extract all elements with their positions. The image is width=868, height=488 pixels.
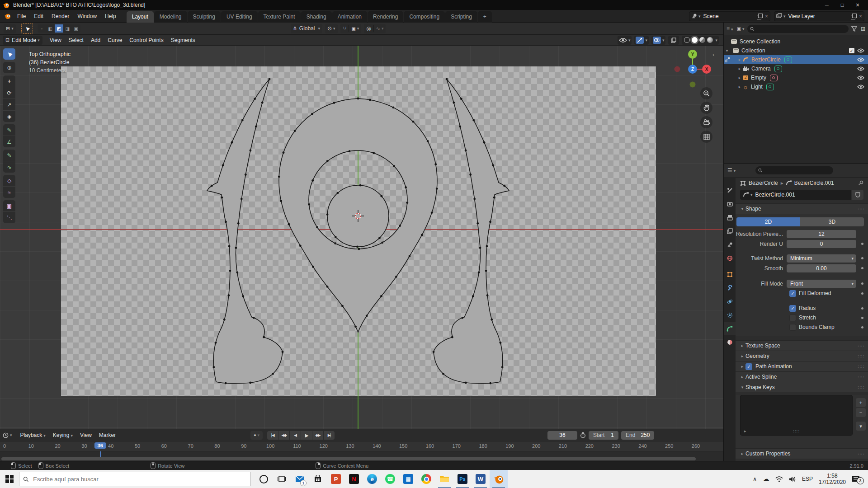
shape-key-specials-button[interactable]: ▾ bbox=[856, 422, 866, 431]
panel-texture-space[interactable]: ▸ Texture Space ∷∷ bbox=[736, 340, 868, 351]
expand-icon[interactable]: ▸ bbox=[736, 75, 743, 80]
tab-modeling[interactable]: Modeling bbox=[154, 11, 187, 23]
fill-deformed-checkbox[interactable]: ✓ bbox=[789, 290, 796, 297]
drag-handle-icon[interactable]: ∷∷ bbox=[858, 206, 864, 211]
tab-physics[interactable] bbox=[724, 308, 736, 322]
eye-icon[interactable] bbox=[857, 66, 864, 71]
photoshop-icon[interactable]: Ps bbox=[453, 470, 472, 488]
scene-collection-label[interactable]: Scene Collection bbox=[740, 38, 780, 45]
scene-name[interactable]: Scene bbox=[701, 13, 757, 19]
tab-material[interactable] bbox=[724, 335, 736, 349]
menu-playback[interactable]: Playback▾ bbox=[17, 432, 49, 438]
transform-orientation-dropdown[interactable]: ⋔ Global ▾ bbox=[291, 24, 322, 33]
blender-taskbar-icon[interactable] bbox=[490, 470, 508, 488]
playhead-line[interactable] bbox=[100, 451, 101, 457]
menu-marker[interactable]: Marker bbox=[95, 432, 119, 438]
tab-layout[interactable]: Layout bbox=[127, 11, 154, 23]
use-preview-range-button[interactable] bbox=[580, 432, 586, 438]
animate-dot[interactable] bbox=[861, 326, 863, 328]
animate-dot[interactable] bbox=[861, 307, 863, 310]
tab-particles[interactable] bbox=[724, 295, 736, 308]
object-label[interactable]: Camera bbox=[751, 66, 771, 72]
expand-icon[interactable]: ▸ bbox=[736, 84, 743, 89]
animate-dot[interactable] bbox=[861, 243, 863, 245]
tool-transform[interactable]: ◈ bbox=[3, 111, 15, 122]
fill-mode-dropdown[interactable]: Front▾ bbox=[787, 280, 856, 288]
new-scene-button[interactable] bbox=[757, 14, 762, 19]
tool-draw[interactable]: ✎ bbox=[3, 150, 15, 161]
menu-select[interactable]: Select bbox=[65, 37, 87, 43]
expand-icon[interactable]: ▾ bbox=[724, 48, 730, 53]
animate-dot[interactable] bbox=[861, 257, 863, 259]
end-frame-field[interactable]: End250 bbox=[621, 431, 654, 440]
row-empty[interactable]: ▸ Empty bbox=[724, 73, 868, 82]
filter-dropdown[interactable]: ▣▾ bbox=[737, 26, 745, 31]
animate-dot[interactable] bbox=[861, 292, 863, 295]
tool-select-box[interactable]: ▶ bbox=[3, 48, 15, 60]
object-label[interactable]: Light bbox=[751, 84, 763, 90]
pin-icon[interactable] bbox=[858, 180, 863, 186]
calendar-icon[interactable]: ▦ bbox=[399, 470, 417, 488]
snap-toggle-icon[interactable]: ∩ bbox=[343, 25, 347, 32]
remove-view-layer-button[interactable]: × bbox=[859, 13, 862, 19]
menu-render[interactable]: Render bbox=[47, 10, 73, 23]
powerpoint-icon[interactable]: P bbox=[327, 470, 345, 488]
sidebar-collapse-arrow[interactable]: ‹ bbox=[712, 51, 714, 58]
drag-handle-icon[interactable]: ∷∷ bbox=[858, 364, 864, 369]
menu-keying[interactable]: Keying▾ bbox=[49, 432, 76, 438]
jump-to-start-button[interactable]: |◀ bbox=[267, 431, 278, 440]
tab-texture-paint[interactable]: Texture Paint bbox=[258, 11, 301, 23]
tab-tool[interactable] bbox=[724, 183, 736, 197]
display-mode-dropdown[interactable]: ≡▾ bbox=[726, 26, 733, 32]
menu-add[interactable]: Add bbox=[87, 37, 104, 43]
tool-cursor[interactable]: ⊕ bbox=[3, 62, 15, 73]
onedrive-icon[interactable]: ☁ bbox=[763, 475, 769, 483]
object-label[interactable]: BezierCircle bbox=[751, 56, 781, 63]
tab-output[interactable] bbox=[724, 211, 736, 224]
minimize-button[interactable]: ─ bbox=[819, 0, 835, 9]
axis-neg-y[interactable] bbox=[690, 82, 696, 88]
mail-icon[interactable]: 1 bbox=[291, 470, 309, 488]
eye-icon[interactable] bbox=[857, 84, 864, 89]
resolution-preview-field[interactable]: 12 bbox=[787, 230, 856, 238]
chrome-icon[interactable] bbox=[417, 470, 435, 488]
bounds-clamp-checkbox[interactable] bbox=[789, 324, 796, 331]
menu-view[interactable]: View bbox=[46, 37, 65, 43]
tray-expand-icon[interactable]: ∧ bbox=[753, 476, 757, 482]
tool-extrude[interactable]: ▣ bbox=[3, 200, 15, 211]
drag-handle-icon[interactable]: ∷∷ bbox=[858, 385, 864, 390]
tab-shading[interactable]: Shading bbox=[301, 11, 332, 23]
path-animation-checkbox[interactable]: ✓ bbox=[745, 363, 752, 370]
maximize-button[interactable]: □ bbox=[835, 0, 850, 9]
filter-funnel-icon[interactable] bbox=[851, 26, 857, 32]
tab-animation[interactable]: Animation bbox=[332, 11, 367, 23]
viewport-canvas[interactable]: Top Orthographic (36) BezierCircle 10 Ce… bbox=[0, 46, 723, 429]
auto-keying-button[interactable]: ●▾ bbox=[250, 431, 263, 440]
timeline-editor-type-button[interactable]: ▾ bbox=[3, 432, 12, 438]
mode-dropdown[interactable]: ⊡ Edit Mode ▾ bbox=[3, 36, 42, 45]
add-shape-key-button[interactable]: + bbox=[856, 398, 866, 407]
close-button[interactable]: × bbox=[850, 0, 865, 9]
properties-search-input[interactable] bbox=[762, 167, 830, 174]
animate-dot[interactable] bbox=[861, 267, 863, 269]
fake-user-shield-button[interactable] bbox=[852, 190, 863, 200]
tab-scripting[interactable]: Scripting bbox=[445, 11, 477, 23]
unlink-scene-button[interactable]: × bbox=[765, 13, 768, 19]
twist-method-dropdown[interactable]: Minimum▾ bbox=[787, 254, 856, 263]
menu-view[interactable]: View bbox=[76, 432, 95, 438]
row-camera[interactable]: ▸ Camera bbox=[724, 64, 868, 73]
edge-icon[interactable]: e bbox=[363, 470, 381, 488]
current-frame-marker[interactable]: 36 bbox=[94, 442, 106, 449]
panel-custom-properties[interactable]: ▸ Custom Properties ∷∷ bbox=[736, 448, 868, 459]
start-frame-field[interactable]: Start1 bbox=[589, 431, 618, 440]
jump-to-end-button[interactable]: ▶| bbox=[324, 431, 335, 440]
panel-path-animation[interactable]: ▸ ✓ Path Animation ∷∷ bbox=[736, 361, 868, 371]
select-mode-new[interactable]: ◧ bbox=[46, 24, 55, 33]
zoom-button[interactable] bbox=[700, 87, 712, 99]
menu-control-points[interactable]: Control Points bbox=[126, 37, 167, 43]
show-overlays-toggle[interactable] bbox=[653, 37, 661, 44]
editor-type-button[interactable]: ⊞▾ bbox=[4, 24, 16, 33]
expand-icon[interactable]: ▸ bbox=[736, 57, 743, 62]
smooth-field[interactable]: 0.00 bbox=[787, 264, 856, 272]
animate-dot[interactable] bbox=[861, 317, 863, 319]
